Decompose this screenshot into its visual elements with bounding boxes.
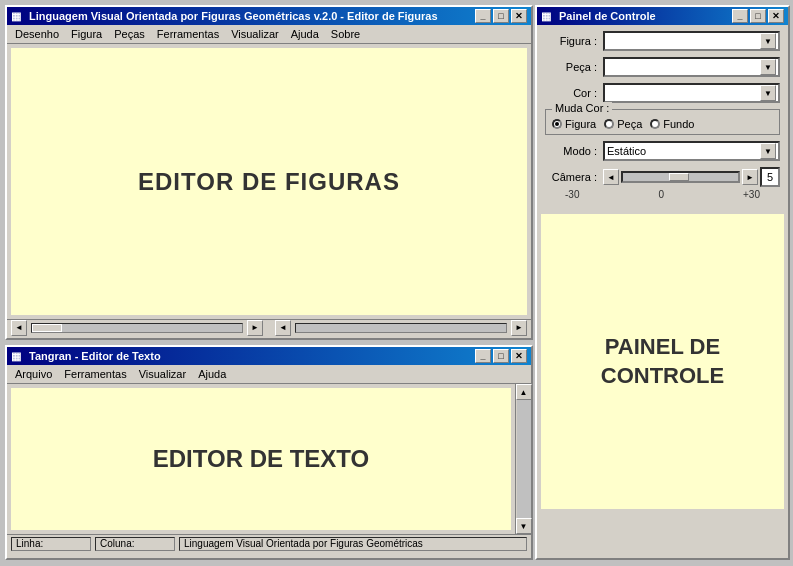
radio-figura[interactable]: Figura xyxy=(552,118,596,130)
editor-texto-canvas: EDITOR DE TEXTO xyxy=(11,388,511,530)
modo-dropdown-arrow[interactable]: ▼ xyxy=(760,143,776,159)
editor-texto-window-buttons: _ □ ✕ xyxy=(475,349,527,363)
painel-restore-button[interactable]: □ xyxy=(750,9,766,23)
cor-select[interactable]: ▼ xyxy=(603,83,780,103)
muda-cor-group: Muda Cor : Figura Peça Fundo xyxy=(545,109,780,135)
editor-texto-window: ▦ Tangran - Editor de Texto _ □ ✕ Arquiv… xyxy=(5,345,533,560)
peca-dropdown-arrow[interactable]: ▼ xyxy=(760,59,776,75)
painel-window-buttons: _ □ ✕ xyxy=(732,9,784,23)
camera-right-btn[interactable]: ► xyxy=(742,169,758,185)
menu-ferramentas[interactable]: Ferramentas xyxy=(151,27,225,41)
camera-labels: -30 0 +30 xyxy=(545,189,780,200)
figura-dropdown-arrow[interactable]: ▼ xyxy=(760,33,776,49)
painel-controle-title: Painel de Controle xyxy=(559,10,656,22)
painel-controle-window: ▦ Painel de Controle _ □ ✕ Figura : ▼ Pe… xyxy=(535,5,790,560)
status-coluna: Coluna: xyxy=(95,537,175,551)
close-button[interactable]: ✕ xyxy=(511,9,527,23)
texto-menu-arquivo[interactable]: Arquivo xyxy=(9,367,58,381)
scroll-v-up-btn[interactable]: ▲ xyxy=(516,384,532,400)
scrollbar-h-right-btn[interactable]: ► xyxy=(247,320,263,336)
camera-slider-container: ◄ ► 5 xyxy=(603,167,780,187)
texto-close-button[interactable]: ✕ xyxy=(511,349,527,363)
figura-label: Figura : xyxy=(545,35,597,47)
painel-minimize-button[interactable]: _ xyxy=(732,9,748,23)
camera-value: 5 xyxy=(760,167,780,187)
camera-label-mid: 0 xyxy=(658,189,664,200)
scroll-v-track[interactable] xyxy=(517,400,531,518)
status-coluna-text: Coluna: xyxy=(100,538,134,549)
camera-label-min: -30 xyxy=(565,189,579,200)
peca-select[interactable]: ▼ xyxy=(603,57,780,77)
camera-label: Câmera : xyxy=(545,171,597,183)
camera-slider-thumb xyxy=(669,173,689,181)
restore-button[interactable]: □ xyxy=(493,9,509,23)
radio-figura-circle[interactable] xyxy=(552,119,562,129)
radio-figura-label: Figura xyxy=(565,118,596,130)
editor-figuras-window-buttons: _ □ ✕ xyxy=(475,9,527,23)
scrollbar-h-left-btn[interactable]: ◄ xyxy=(11,320,27,336)
menu-visualizar[interactable]: Visualizar xyxy=(225,27,285,41)
cor-row: Cor : ▼ xyxy=(545,83,780,103)
editor-texto-titlebar: ▦ Tangran - Editor de Texto _ □ ✕ xyxy=(7,347,531,365)
status-linha-text: Linha: xyxy=(16,538,43,549)
scrollbar-v: ▲ ▼ xyxy=(515,384,531,534)
editor-figuras-window: ▦ Linguagem Visual Orientada por Figuras… xyxy=(5,5,533,340)
radio-fundo[interactable]: Fundo xyxy=(650,118,694,130)
modo-select-value: Estático xyxy=(607,145,646,157)
texto-menu-ferramentas[interactable]: Ferramentas xyxy=(58,367,132,381)
menu-ajuda[interactable]: Ajuda xyxy=(285,27,325,41)
camera-label-max: +30 xyxy=(743,189,760,200)
painel-close-button[interactable]: ✕ xyxy=(768,9,784,23)
texto-minimize-button[interactable]: _ xyxy=(475,349,491,363)
menu-figura[interactable]: Figura xyxy=(65,27,108,41)
texto-menu-visualizar[interactable]: Visualizar xyxy=(133,367,193,381)
radio-fundo-circle[interactable] xyxy=(650,119,660,129)
minimize-button[interactable]: _ xyxy=(475,9,491,23)
editor-figuras-titlebar: ▦ Linguagem Visual Orientada por Figuras… xyxy=(7,7,531,25)
radio-peca[interactable]: Peça xyxy=(604,118,642,130)
modo-row: Modo : Estático ▼ xyxy=(545,141,780,161)
scrollbar-h2-left-btn[interactable]: ◄ xyxy=(275,320,291,336)
scrollbar-h2-track[interactable] xyxy=(295,323,507,333)
cor-dropdown-arrow[interactable]: ▼ xyxy=(760,85,776,101)
camera-row: Câmera : ◄ ► 5 xyxy=(545,167,780,187)
radio-peca-label: Peça xyxy=(617,118,642,130)
editor-texto-title: Tangran - Editor de Texto xyxy=(29,350,161,362)
editor-figuras-canvas: EDITOR DE FIGURAS xyxy=(11,48,527,315)
editor-texto-menubar: Arquivo Ferramentas Visualizar Ajuda xyxy=(7,365,531,384)
peca-label: Peça : xyxy=(545,61,597,73)
cor-label: Cor : xyxy=(545,87,597,99)
texto-menu-ajuda[interactable]: Ajuda xyxy=(192,367,232,381)
editor-texto-statusbar: Linha: Coluna: Linguagem Visual Orientad… xyxy=(7,534,531,552)
radio-peca-circle[interactable] xyxy=(604,119,614,129)
scrollbar-h-thumb xyxy=(32,324,62,332)
scrollbar-h2-right-btn[interactable]: ► xyxy=(511,320,527,336)
modo-label: Modo : xyxy=(545,145,597,157)
figura-row: Figura : ▼ xyxy=(545,31,780,51)
app-icon: ▦ xyxy=(11,9,25,23)
status-info-text: Linguagem Visual Orientada por Figuras G… xyxy=(184,538,423,549)
painel-canvas-text2: CONTROLE xyxy=(601,362,724,391)
camera-left-btn[interactable]: ◄ xyxy=(603,169,619,185)
painel-canvas-text1: PAINEL DE xyxy=(601,333,724,362)
menu-pecas[interactable]: Peças xyxy=(108,27,151,41)
muda-cor-legend: Muda Cor : xyxy=(552,102,612,114)
radio-fundo-label: Fundo xyxy=(663,118,694,130)
painel-body: Figura : ▼ Peça : ▼ Cor : ▼ Muda Cor : xyxy=(537,25,788,210)
menu-sobre[interactable]: Sobre xyxy=(325,27,366,41)
editor-figuras-menubar: Desenho Figura Peças Ferramentas Visuali… xyxy=(7,25,531,44)
editor-figuras-title: Linguagem Visual Orientada por Figuras G… xyxy=(29,10,438,22)
scroll-v-down-btn[interactable]: ▼ xyxy=(516,518,532,534)
scrollbar-h-track[interactable] xyxy=(31,323,243,333)
texto-restore-button[interactable]: □ xyxy=(493,349,509,363)
editor-texto-canvas-text: EDITOR DE TEXTO xyxy=(153,445,369,473)
painel-canvas: PAINEL DE CONTROLE xyxy=(541,214,784,509)
figura-select[interactable]: ▼ xyxy=(603,31,780,51)
radio-row: Figura Peça Fundo xyxy=(552,114,773,130)
editor-figuras-canvas-text: EDITOR DE FIGURAS xyxy=(138,168,400,196)
camera-slider-track[interactable] xyxy=(621,171,740,183)
peca-row: Peça : ▼ xyxy=(545,57,780,77)
modo-select[interactable]: Estático ▼ xyxy=(603,141,780,161)
menu-desenho[interactable]: Desenho xyxy=(9,27,65,41)
painel-app-icon: ▦ xyxy=(541,9,555,23)
